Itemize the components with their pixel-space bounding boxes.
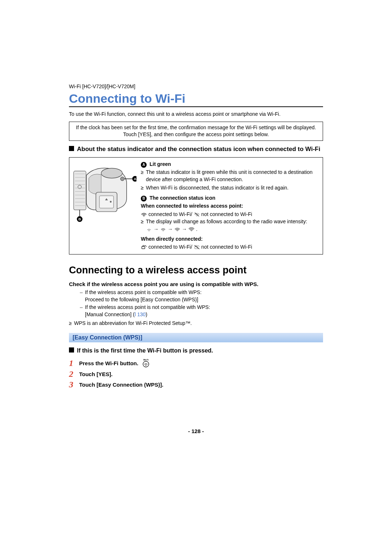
method-banner: [Easy Connection (WPS)] (69, 333, 323, 342)
notconn-text: not connected to Wi-Fi (201, 211, 252, 218)
manual-line: [Manual Connection] (l 130) (69, 311, 323, 318)
svg-text:B: B (78, 217, 81, 221)
page-title: Connecting to Wi-Fi (69, 91, 323, 107)
conn-text: connected to Wi-Fi/ (148, 211, 192, 218)
svg-point-11 (101, 168, 122, 178)
svg-point-14 (110, 201, 112, 203)
direct-disconnected-icon (194, 244, 200, 249)
label-a-title: Lit green (150, 160, 171, 168)
bullet-item: The status indicator is lit green while … (141, 168, 319, 183)
svg-rect-0 (74, 171, 86, 210)
wps-abbrev-note: WPS is an abbreviation for Wi-Fi Protect… (69, 319, 323, 327)
svg-point-16 (121, 177, 124, 181)
wifi-button-icon: Wi-Fi (141, 358, 151, 368)
page-link-arrow[interactable]: l (135, 311, 136, 317)
svg-point-25 (196, 215, 197, 216)
svg-point-35 (143, 361, 149, 367)
section-wireless-ap: Connecting to a wireless access point (69, 265, 323, 276)
steps: 1 Press the Wi-Fi button. Wi-Fi 2 Touch … (69, 358, 323, 390)
svg-point-36 (146, 365, 146, 366)
step-text: Touch [Easy Connection (WPS)]. (79, 382, 163, 388)
wave-sequence: → → → . (146, 225, 197, 233)
conn-text: connected to Wi-Fi/ (148, 243, 192, 250)
svg-point-24 (143, 215, 144, 216)
svg-point-30 (191, 231, 192, 232)
intro-paragraph: To use the Wi-Fi function, connect this … (69, 111, 323, 118)
breadcrumb: Wi-Fi [HC-V720]/[HC-V720M] (69, 83, 323, 89)
label-b-title: The connection status icon (150, 194, 215, 201)
page-number: - 128 - (0, 428, 392, 434)
wifi-disconnected-icon (194, 212, 200, 217)
notice-box: If the clock has been set for the first … (69, 122, 323, 141)
svg-point-29 (177, 230, 178, 231)
label-a-bullets: The status indicator is lit green while … (141, 168, 319, 191)
label-a-marker: A (141, 162, 147, 168)
svg-point-27 (148, 230, 150, 231)
sub-ap: When connected to wireless access point: (141, 202, 319, 209)
step-text: Touch [YES]. (79, 371, 113, 377)
svg-point-28 (163, 230, 164, 231)
wifi-connected-icon (141, 212, 147, 217)
camera-illustration: A B (73, 160, 136, 250)
step-1: 1 Press the Wi-Fi button. Wi-Fi (69, 358, 323, 368)
step-text: Press the Wi-Fi button. (79, 360, 138, 366)
radio-wave-note: The display will change as follows accor… (141, 218, 319, 233)
list-item: If the wireless access point is compatib… (80, 289, 323, 296)
status-heading: About the status indicator and the conne… (69, 145, 323, 154)
proceed-line: Proceed to the following [Easy Connectio… (69, 296, 323, 303)
check-wps: Check if the wireless access point you a… (69, 281, 323, 287)
step-2: 2 Touch [YES]. (69, 369, 323, 379)
sub-direct: When directly connected: (141, 235, 319, 243)
notconn-text: not connected to Wi-Fi (201, 243, 252, 250)
compat-list: If the wireless access point is compatib… (69, 289, 323, 296)
page-link[interactable]: 130 (137, 311, 146, 317)
direct-connected-icon (141, 244, 147, 249)
step-3: 3 Touch [Easy Connection (WPS)]. (69, 380, 323, 390)
list-item: If the wireless access point is not comp… (80, 304, 323, 311)
status-box: A B A Lit green The status indicator is … (69, 157, 323, 254)
svg-rect-31 (142, 247, 145, 249)
first-time-heading: If this is the first time the Wi-Fi butt… (69, 347, 323, 355)
svg-text:Wi-Fi: Wi-Fi (143, 359, 149, 361)
label-b-marker: B (141, 196, 147, 201)
svg-text:A: A (134, 177, 136, 181)
bullet-item: When Wi-Fi is disconnected, the status i… (141, 184, 319, 191)
